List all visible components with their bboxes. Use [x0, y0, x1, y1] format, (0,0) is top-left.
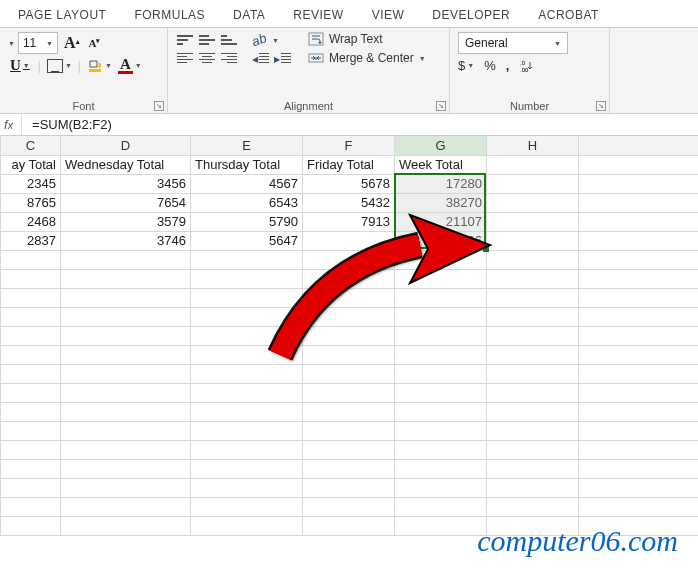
table-row — [1, 459, 699, 478]
font-color-button[interactable]: A▼ — [118, 58, 142, 74]
increase-font-icon[interactable]: A▴ — [61, 32, 83, 54]
font-size-combo[interactable]: 11 ▼ — [18, 32, 58, 54]
align-center-icon[interactable] — [198, 51, 216, 65]
font-name-dropdown-arrow[interactable]: ▼ — [8, 40, 15, 47]
table-row: ay Total Wednesday Total Thursday Total … — [1, 155, 699, 174]
align-left-icon[interactable] — [176, 51, 194, 65]
col-header-f[interactable]: F — [303, 136, 395, 155]
table-row — [1, 383, 699, 402]
col-header-h[interactable]: H — [487, 136, 579, 155]
fill-handle[interactable] — [483, 246, 489, 252]
table-row — [1, 440, 699, 459]
cell[interactable]: 5678 — [303, 174, 395, 193]
cell[interactable]: 7654 — [61, 193, 191, 212]
cell[interactable]: 21107 — [395, 212, 487, 231]
cell[interactable]: 3746 — [61, 231, 191, 250]
percent-format-button[interactable]: % — [484, 58, 496, 73]
tab-formulas[interactable]: FORMULAS — [120, 2, 219, 27]
cell[interactable]: Week Total — [395, 155, 487, 174]
tab-pagelayout[interactable]: PAGE LAYOUT — [4, 2, 120, 27]
cell[interactable]: 5647 — [191, 231, 303, 250]
merge-center-icon: a — [308, 51, 324, 65]
cell[interactable]: 18896 — [395, 231, 487, 250]
cell[interactable]: Thursday Total — [191, 155, 303, 174]
col-header-d[interactable]: D — [61, 136, 191, 155]
table-row: 8765 7654 6543 5432 38270 — [1, 193, 699, 212]
cell[interactable] — [579, 155, 699, 174]
worksheet[interactable]: C D E F G H ay Total Wednesday Total Thu… — [0, 136, 698, 536]
orientation-icon[interactable]: ab — [250, 30, 271, 51]
cell[interactable]: 3456 — [61, 174, 191, 193]
align-middle-icon[interactable] — [198, 33, 216, 47]
cell[interactable] — [487, 155, 579, 174]
accounting-format-button[interactable]: $ ▼ — [458, 58, 474, 73]
merge-center-button[interactable]: a Merge & Center ▼ — [308, 51, 426, 65]
col-header-c[interactable]: C — [1, 136, 61, 155]
tab-review[interactable]: REVIEW — [279, 2, 357, 27]
cell[interactable] — [487, 193, 579, 212]
cell[interactable] — [487, 212, 579, 231]
number-format-combo[interactable]: General ▼ — [458, 32, 568, 54]
tab-view[interactable]: VIEW — [358, 2, 419, 27]
col-header-g[interactable]: G — [395, 136, 487, 155]
comma-format-button[interactable]: , — [506, 58, 510, 73]
wrap-text-button[interactable]: Wrap Text — [308, 32, 426, 46]
cell[interactable] — [579, 174, 699, 193]
cell[interactable] — [579, 212, 699, 231]
align-top-icon[interactable] — [176, 33, 194, 47]
cell[interactable]: 2345 — [1, 174, 61, 193]
tab-acrobat[interactable]: ACROBAT — [524, 2, 613, 27]
fx-icon[interactable]: fx — [0, 114, 22, 135]
cell[interactable] — [579, 231, 699, 250]
cell[interactable]: Friday Total — [303, 155, 395, 174]
cell[interactable]: ay Total — [1, 155, 61, 174]
col-header-blank[interactable] — [579, 136, 699, 155]
merge-arrow[interactable]: ▼ — [419, 55, 426, 62]
align-bottom-icon[interactable] — [220, 33, 238, 47]
number-format-arrow[interactable]: ▼ — [554, 40, 561, 47]
cell[interactable]: Wednesday Total — [61, 155, 191, 174]
formula-input[interactable]: =SUM(B2:F2) — [22, 117, 698, 132]
increase-indent-icon[interactable]: ▶ — [274, 51, 292, 65]
cell[interactable] — [487, 231, 579, 250]
cell[interactable] — [487, 174, 579, 193]
decrease-font-icon[interactable]: A▾ — [86, 35, 104, 51]
border-button[interactable]: ▼ — [47, 59, 72, 73]
ribbon-tabs: PAGE LAYOUT FORMULAS DATA REVIEW VIEW DE… — [0, 0, 698, 28]
underline-button[interactable]: U ▼ — [8, 57, 32, 74]
font-size-arrow[interactable]: ▼ — [46, 40, 53, 47]
table-row — [1, 421, 699, 440]
table-row: 2345 3456 4567 5678 17280 — [1, 174, 699, 193]
cell[interactable]: 5432 — [303, 193, 395, 212]
cell[interactable]: 6543 — [191, 193, 303, 212]
col-header-e[interactable]: E — [191, 136, 303, 155]
increase-decimal-button[interactable]: .0.00 — [519, 59, 533, 73]
svg-text:.0: .0 — [520, 60, 526, 66]
number-dialog-launcher[interactable]: ↘ — [596, 101, 606, 111]
alignment-dialog-launcher[interactable]: ↘ — [436, 101, 446, 111]
decrease-indent-icon[interactable]: ◀ — [252, 51, 270, 65]
cell[interactable] — [579, 193, 699, 212]
cell[interactable] — [303, 231, 395, 250]
cell[interactable]: 2468 — [1, 212, 61, 231]
font-dialog-launcher[interactable]: ↘ — [154, 101, 164, 111]
cell[interactable]: 3579 — [61, 212, 191, 231]
fill-color-button[interactable]: ▼ — [87, 59, 112, 73]
tab-developer[interactable]: DEVELOPER — [418, 2, 524, 27]
font-color-icon: A — [118, 58, 133, 74]
table-row: 2837 3746 5647 18896 — [1, 231, 699, 250]
cell[interactable]: 7913 — [303, 212, 395, 231]
table-row — [1, 307, 699, 326]
orientation-arrow[interactable]: ▼ — [272, 37, 279, 44]
cell[interactable]: 17280 — [395, 174, 487, 193]
table-row — [1, 250, 699, 269]
tab-data[interactable]: DATA — [219, 2, 279, 27]
cell[interactable]: 8765 — [1, 193, 61, 212]
group-number: General ▼ $ ▼ % , .0.00 Number ↘ — [450, 28, 610, 113]
align-right-icon[interactable] — [220, 51, 238, 65]
cell[interactable]: 38270 — [395, 193, 487, 212]
table-row — [1, 345, 699, 364]
cell[interactable]: 4567 — [191, 174, 303, 193]
cell[interactable]: 2837 — [1, 231, 61, 250]
cell[interactable]: 5790 — [191, 212, 303, 231]
